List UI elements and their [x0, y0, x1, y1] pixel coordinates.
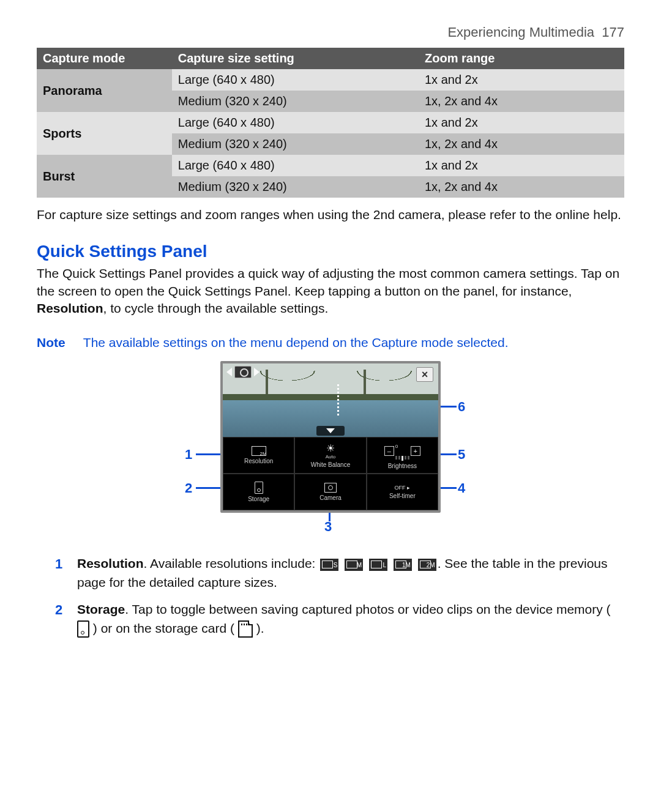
- storage-label: Storage: [248, 496, 269, 502]
- camera-label: Camera: [319, 494, 342, 501]
- resolution-button[interactable]: Resolution: [223, 437, 294, 474]
- callout-1: 1: [185, 447, 192, 463]
- after-table-paragraph: For capture size settings and zoom range…: [37, 206, 624, 223]
- res-l-icon: L: [369, 559, 387, 571]
- zoom-slider[interactable]: [337, 384, 339, 417]
- callout-4: 4: [458, 480, 465, 496]
- list-item: Storage. Tap to toggle between saving ca…: [55, 600, 624, 638]
- callout-6: 6: [458, 399, 465, 415]
- quick-settings-panel: × Resolution Auto White Balance – 0: [220, 361, 441, 513]
- col-capture-mode: Capture mode: [37, 48, 172, 69]
- page-header: Experiencing Multimedia 177: [37, 24, 624, 40]
- res-m-icon: M: [345, 559, 363, 571]
- self-timer-icon: OFF: [395, 485, 411, 491]
- note-label: Note: [37, 335, 80, 350]
- sun-icon: [326, 442, 335, 454]
- table-row: Sports Large (640 x 480) 1x and 2x: [37, 112, 624, 133]
- note-text: The available settings on the menu depen…: [83, 335, 622, 350]
- callout-5: 5: [458, 447, 465, 463]
- close-button[interactable]: ×: [416, 367, 433, 382]
- note: Note The available settings on the menu …: [37, 335, 624, 350]
- camera-preview[interactable]: ×: [223, 363, 438, 437]
- brightness-level-icon: [395, 456, 409, 461]
- res-2m-icon: 2M: [418, 559, 436, 571]
- camera-button[interactable]: Camera: [294, 474, 366, 510]
- capture-mode-icon[interactable]: [234, 366, 252, 378]
- table-row: Burst Large (640 x 480) 1x and 2x: [37, 155, 624, 176]
- storage-button[interactable]: Storage: [223, 474, 294, 510]
- callout-descriptions: Resolution. Available resolutions includ…: [55, 554, 624, 638]
- white-balance-button[interactable]: Auto White Balance: [294, 437, 366, 474]
- section-paragraph: The Quick Settings Panel provides a quic…: [37, 265, 624, 317]
- resolution-label: Resolution: [244, 458, 273, 464]
- mode-sports: Sports: [37, 112, 172, 155]
- device-memory-icon: [77, 620, 89, 638]
- brightness-button[interactable]: – 0 + Brightness: [367, 437, 438, 474]
- storage-card-icon: [238, 620, 253, 638]
- chapter-title: Experiencing Multimedia: [447, 24, 594, 40]
- prev-mode-icon[interactable]: [226, 368, 232, 376]
- callout-2: 2: [185, 480, 192, 496]
- mode-panorama: Panorama: [37, 69, 172, 112]
- quick-settings-figure: 1 2 3 4 5 6 × Resolution: [141, 361, 520, 538]
- self-timer-label: Self-timer: [389, 493, 416, 499]
- brightness-label: Brightness: [388, 463, 417, 469]
- device-memory-icon: [255, 482, 263, 494]
- white-balance-label: White Balance: [311, 461, 350, 468]
- res-1m-icon: 1M: [394, 559, 412, 571]
- col-capture-size: Capture size setting: [172, 48, 419, 69]
- col-zoom-range: Zoom range: [419, 48, 624, 69]
- list-item: Resolution. Available resolutions includ…: [55, 554, 624, 592]
- mode-burst: Burst: [37, 155, 172, 198]
- page-number: 177: [602, 24, 624, 40]
- camera-icon: [324, 483, 337, 493]
- self-timer-button[interactable]: OFF Self-timer: [367, 474, 438, 510]
- expand-panel-button[interactable]: [316, 426, 345, 436]
- brightness-minus[interactable]: –: [384, 446, 394, 456]
- zoom-range-table: Capture mode Capture size setting Zoom r…: [37, 48, 624, 198]
- resolution-icon: [252, 446, 266, 456]
- table-row: Panorama Large (640 x 480) 1x and 2x: [37, 69, 624, 91]
- next-mode-icon[interactable]: [254, 368, 260, 376]
- brightness-plus[interactable]: +: [411, 446, 420, 456]
- section-heading: Quick Settings Panel: [37, 242, 624, 261]
- res-s-icon: S: [320, 559, 338, 571]
